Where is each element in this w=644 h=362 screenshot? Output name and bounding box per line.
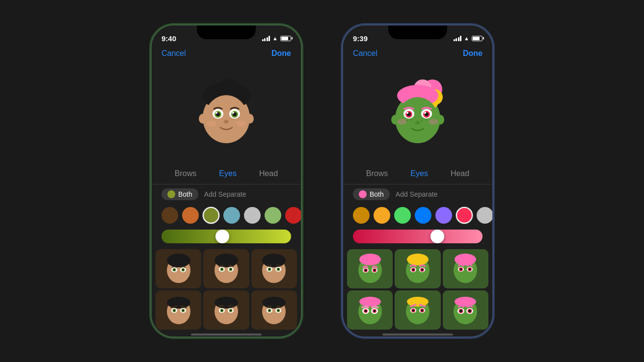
- svg-point-5: [205, 95, 248, 142]
- both-dot-left: [167, 190, 175, 198]
- signal-bars-right: [454, 36, 462, 41]
- svg-point-94: [359, 254, 381, 265]
- svg-point-63: [268, 310, 270, 311]
- face-cell-5-right[interactable]: [395, 290, 440, 330]
- swatch-yellow-right[interactable]: [374, 207, 390, 224]
- slider-thumb-left[interactable]: [215, 230, 229, 243]
- nav-bar-left: Cancel Done: [152, 47, 301, 62]
- svg-point-32: [230, 268, 232, 270]
- slider-left: [152, 227, 301, 246]
- svg-point-39: [268, 268, 270, 270]
- tab-brows-right[interactable]: Brows: [362, 167, 392, 180]
- svg-point-18: [167, 254, 190, 267]
- scroll-indicator-right: [382, 334, 453, 336]
- svg-point-91: [397, 119, 407, 125]
- tab-brows-left[interactable]: Brows: [171, 167, 200, 180]
- battery-left: [280, 36, 291, 41]
- face-grid-left: [152, 246, 301, 333]
- svg-point-12: [215, 112, 217, 114]
- face-cell-5-left[interactable]: [203, 290, 249, 330]
- svg-point-92: [429, 119, 438, 125]
- time-right: 9:39: [353, 34, 368, 43]
- swatch-silver-left[interactable]: [244, 207, 261, 224]
- svg-point-13: [232, 112, 234, 114]
- svg-point-99: [364, 269, 367, 272]
- swatch-purple-right[interactable]: [435, 207, 452, 224]
- avatar-right: [383, 78, 452, 147]
- svg-point-15: [207, 121, 216, 127]
- battery-right: [472, 36, 483, 41]
- face-cell-6-right[interactable]: [443, 290, 488, 330]
- swatch-partial-left[interactable]: [353, 207, 370, 224]
- swatch-silver-right[interactable]: [477, 207, 492, 224]
- slider-right: [343, 227, 492, 246]
- done-button-left[interactable]: Done: [271, 49, 291, 58]
- svg-point-102: [407, 254, 429, 265]
- both-pill-right[interactable]: Both: [353, 188, 390, 200]
- svg-point-47: [173, 310, 175, 311]
- svg-point-140: [421, 310, 423, 312]
- notch-right: [388, 26, 447, 39]
- face-cell-4-left[interactable]: [156, 290, 201, 330]
- svg-point-120: [469, 268, 471, 271]
- face-cell-2-right[interactable]: [395, 249, 440, 288]
- svg-point-147: [459, 310, 462, 312]
- swatch-blue-right[interactable]: [415, 207, 431, 224]
- face-cell-3-right[interactable]: [443, 249, 488, 288]
- svg-point-139: [412, 310, 414, 312]
- slider-thumb-right[interactable]: [430, 230, 444, 243]
- swatches-left: [152, 204, 301, 227]
- both-text-left: Both: [178, 190, 192, 198]
- svg-point-114: [455, 254, 476, 265]
- slider-track-right[interactable]: [353, 230, 483, 243]
- svg-point-77: [410, 119, 412, 121]
- phone-right: 9:39 ▲ Cancel Done: [342, 24, 494, 338]
- svg-point-16: [236, 121, 246, 127]
- svg-point-127: [364, 310, 367, 312]
- toggle-row-left: Both Add Separate: [152, 184, 301, 204]
- tab-head-left[interactable]: Head: [255, 167, 282, 180]
- tab-head-right[interactable]: Head: [447, 167, 473, 180]
- svg-point-40: [277, 268, 279, 270]
- done-button-right[interactable]: Done: [463, 49, 483, 58]
- slider-track-left[interactable]: [161, 230, 291, 243]
- svg-point-81: [421, 120, 423, 122]
- swatch-red-left[interactable]: [285, 207, 301, 224]
- face-cell-1-right[interactable]: [347, 249, 393, 288]
- swatch-green-right[interactable]: [394, 207, 411, 224]
- face-cell-4-right[interactable]: [347, 290, 393, 330]
- avatar-left: [192, 78, 261, 147]
- swatch-brown-left[interactable]: [161, 207, 178, 224]
- svg-point-88: [406, 112, 408, 114]
- tab-eyes-left[interactable]: Eyes: [215, 167, 241, 180]
- face-cell-1-left[interactable]: [156, 249, 201, 288]
- face-cell-3-left[interactable]: [251, 249, 297, 288]
- tab-eyes-right[interactable]: Eyes: [406, 167, 432, 180]
- swatch-green-left[interactable]: [265, 207, 281, 224]
- cancel-button-left[interactable]: Cancel: [161, 49, 186, 58]
- svg-point-50: [215, 297, 238, 309]
- face-cell-6-left[interactable]: [251, 290, 297, 330]
- svg-point-130: [407, 297, 429, 307]
- svg-point-31: [221, 268, 223, 270]
- swatches-right: [343, 204, 492, 227]
- both-pill-left[interactable]: Both: [161, 188, 198, 200]
- phone-left: 9:40 ▲ Cancel Done: [150, 24, 302, 338]
- svg-point-148: [468, 310, 471, 312]
- swatch-pink-right[interactable]: [456, 207, 473, 224]
- swatch-olive-left[interactable]: [203, 207, 219, 224]
- swatch-teal-left[interactable]: [223, 207, 240, 224]
- svg-point-55: [221, 310, 223, 311]
- face-cell-2-left[interactable]: [203, 249, 249, 288]
- add-separate-right[interactable]: Add Separate: [396, 190, 438, 198]
- scroll-indicator-left: [191, 334, 262, 336]
- svg-point-42: [167, 297, 190, 309]
- svg-point-142: [455, 297, 476, 307]
- svg-point-58: [262, 297, 286, 309]
- add-separate-left[interactable]: Add Separate: [204, 190, 246, 198]
- swatch-orange-left[interactable]: [182, 207, 199, 224]
- wifi-icon-right: ▲: [464, 35, 469, 41]
- cancel-button-right[interactable]: Cancel: [353, 49, 377, 58]
- signal-bars-left: [262, 36, 270, 41]
- svg-point-90: [415, 121, 420, 125]
